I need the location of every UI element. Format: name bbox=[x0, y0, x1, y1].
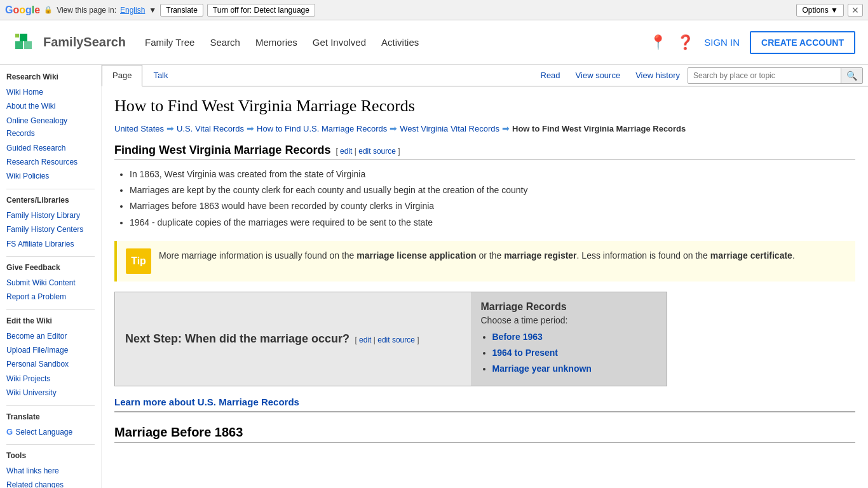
tip-text-mid2: . Less information is found on the bbox=[577, 250, 710, 261]
marriage-options-list: Before 1963 1964 to Present Marriage yea… bbox=[492, 329, 657, 377]
options-button[interactable]: Options ▼ bbox=[796, 4, 844, 17]
tab-view-history[interactable]: View history bbox=[628, 65, 688, 85]
sidebar-item-about-wiki[interactable]: About the Wiki bbox=[6, 99, 95, 113]
list-item: Marriages are kept by the county clerk f… bbox=[130, 182, 855, 198]
sidebar-divider-2 bbox=[6, 256, 95, 257]
sidebar-item-fs-affiliate[interactable]: FS Affiliate Libraries bbox=[6, 237, 95, 251]
sidebar-item-become-editor[interactable]: Become an Editor bbox=[6, 329, 95, 343]
edit-wiki-title: Edit the Wiki bbox=[6, 316, 95, 325]
breadcrumb-united-states[interactable]: United States bbox=[114, 124, 164, 133]
nav-table: Next Step: When did the marriage occur? … bbox=[114, 292, 667, 387]
page-title: How to Find West Virginia Marriage Recor… bbox=[114, 97, 855, 116]
centers-section-title: Centers/Libraries bbox=[6, 196, 95, 205]
finding-edit-links: [ edit | edit source ] bbox=[336, 147, 400, 156]
svg-rect-3 bbox=[20, 34, 27, 41]
next-step-cell: Next Step: When did the marriage occur? … bbox=[115, 292, 471, 386]
wiki-section-title: Research Wiki bbox=[6, 72, 95, 81]
sidebar-divider-5 bbox=[6, 444, 95, 445]
sidebar-item-guided-research[interactable]: Guided Research bbox=[6, 141, 95, 155]
finding-section-title: Finding West Virginia Marriage Records bbox=[114, 144, 330, 157]
breadcrumb-wv-vital[interactable]: West Virginia Vital Records bbox=[400, 124, 499, 133]
page-layout: Research Wiki Wiki Home About the Wiki O… bbox=[0, 65, 868, 488]
content-area: How to Find West Virginia Marriage Recor… bbox=[102, 86, 868, 459]
tab-view-source[interactable]: View source bbox=[568, 65, 628, 85]
list-item: Marriage year unknown bbox=[492, 361, 657, 377]
table-row: Next Step: When did the marriage occur? … bbox=[115, 292, 667, 386]
nav-family-tree[interactable]: Family Tree bbox=[145, 37, 194, 48]
sidebar-item-wiki-projects[interactable]: Wiki Projects bbox=[6, 372, 95, 386]
main-content: Page Talk Read View source View history … bbox=[102, 65, 868, 488]
create-account-button[interactable]: CREATE ACCOUNT bbox=[750, 31, 855, 54]
tab-bar: Page Talk Read View source View history … bbox=[102, 65, 868, 86]
close-translate-button[interactable]: ✕ bbox=[848, 4, 863, 17]
finding-edit-source-link[interactable]: edit source bbox=[358, 147, 396, 156]
nav-memories[interactable]: Memories bbox=[255, 37, 297, 48]
next-step-edit-source-link[interactable]: edit source bbox=[377, 336, 415, 344]
tab-read[interactable]: Read bbox=[533, 65, 568, 85]
list-item: Before 1963 bbox=[492, 329, 657, 345]
next-section-title: Marriage Before 1863 bbox=[114, 425, 243, 440]
location-icon[interactable]: 📍 bbox=[649, 34, 667, 51]
breadcrumb-arrow-4: ➡ bbox=[502, 123, 510, 133]
sidebar-item-upload-file[interactable]: Upload File/Image bbox=[6, 343, 95, 357]
svg-rect-2 bbox=[24, 41, 32, 49]
main-nav: Family Tree Search Memories Get Involved… bbox=[145, 37, 649, 48]
breadcrumb-arrow-3: ➡ bbox=[390, 123, 397, 133]
tools-section-title: Tools bbox=[6, 451, 95, 460]
tip-bold-1: marriage license application bbox=[356, 250, 476, 261]
familysearch-logo-icon bbox=[13, 30, 38, 55]
sidebar-item-submit-wiki[interactable]: Submit Wiki Content bbox=[6, 276, 95, 290]
translate-button[interactable]: Translate bbox=[160, 4, 203, 17]
choose-period: Choose a time period: bbox=[481, 315, 657, 325]
breadcrumb-us-marriage[interactable]: How to Find U.S. Marriage Records bbox=[257, 124, 387, 133]
marriage-records-cell: Marriage Records Choose a time period: B… bbox=[471, 292, 667, 386]
sidebar-item-research-resources[interactable]: Research Resources bbox=[6, 155, 95, 169]
sidebar-divider-3 bbox=[6, 309, 95, 310]
nav-get-involved[interactable]: Get Involved bbox=[313, 37, 366, 48]
option-before-1963[interactable]: Before 1963 bbox=[492, 332, 543, 342]
next-step-edit-link[interactable]: edit bbox=[359, 336, 371, 344]
help-icon[interactable]: ❓ bbox=[677, 34, 694, 51]
tip-text-after: . bbox=[792, 250, 795, 261]
finding-edit-link[interactable]: edit bbox=[340, 147, 352, 156]
nav-activities[interactable]: Activities bbox=[381, 37, 419, 48]
tip-bold-2: marriage register bbox=[504, 250, 576, 261]
sidebar-item-related-changes[interactable]: Related changes bbox=[6, 478, 95, 488]
tab-talk[interactable]: Talk bbox=[142, 65, 179, 86]
sidebar-item-family-history-centers[interactable]: Family History Centers bbox=[6, 222, 95, 236]
sidebar-select-language[interactable]: Select Language bbox=[15, 425, 72, 439]
sign-in-button[interactable]: SIGN IN bbox=[704, 37, 740, 48]
language-link[interactable]: English bbox=[120, 6, 145, 15]
tip-text-mid1: or the bbox=[477, 250, 505, 261]
option-1964-present[interactable]: 1964 to Present bbox=[492, 348, 559, 358]
option-year-unknown[interactable]: Marriage year unknown bbox=[492, 363, 592, 374]
google-g-icon: G bbox=[6, 427, 13, 437]
lock-icon: 🔒 bbox=[44, 6, 53, 14]
sidebar-item-wiki-home[interactable]: Wiki Home bbox=[6, 85, 95, 99]
list-item: Marriages before 1863 would have been re… bbox=[130, 198, 855, 214]
next-step-edit: [ edit | edit source ] bbox=[353, 336, 419, 344]
header-actions: 📍 ❓ SIGN IN CREATE ACCOUNT bbox=[649, 31, 855, 54]
breadcrumb-arrow-1: ➡ bbox=[166, 123, 174, 133]
sidebar-item-family-history-library[interactable]: Family History Library bbox=[6, 208, 95, 222]
next-step-text: Next Step: When did the marriage occur? bbox=[125, 332, 349, 345]
wiki-search-button[interactable]: 🔍 bbox=[841, 68, 862, 83]
turn-off-button[interactable]: Turn off for: Detect language bbox=[207, 4, 315, 17]
marriage-records-title: Marriage Records bbox=[481, 301, 657, 313]
breadcrumb-us-vital[interactable]: U.S. Vital Records bbox=[177, 124, 244, 133]
nav-search[interactable]: Search bbox=[210, 37, 240, 48]
view-page-label: View this page in: bbox=[57, 6, 116, 15]
wiki-search-input[interactable] bbox=[688, 69, 841, 83]
sidebar-item-personal-sandbox[interactable]: Personal Sandbox bbox=[6, 357, 95, 371]
sidebar-item-online-genealogy[interactable]: Online Genealogy Records bbox=[6, 114, 95, 141]
logo-area: FamilySearch bbox=[13, 30, 126, 55]
breadcrumb-arrow-2: ➡ bbox=[247, 123, 254, 133]
tab-page[interactable]: Page bbox=[102, 65, 142, 86]
translate-section-title: Translate bbox=[6, 412, 95, 421]
sidebar-item-wiki-policies[interactable]: Wiki Policies bbox=[6, 169, 95, 183]
sidebar-item-wiki-university[interactable]: Wiki University bbox=[6, 386, 95, 400]
translate-bar: Google 🔒 View this page in: English▼ Tra… bbox=[0, 0, 868, 20]
learn-more-link[interactable]: Learn more about U.S. Marriage Records bbox=[114, 396, 855, 412]
sidebar-item-what-links[interactable]: What links here bbox=[6, 464, 95, 478]
sidebar-item-report-problem[interactable]: Report a Problem bbox=[6, 290, 95, 304]
